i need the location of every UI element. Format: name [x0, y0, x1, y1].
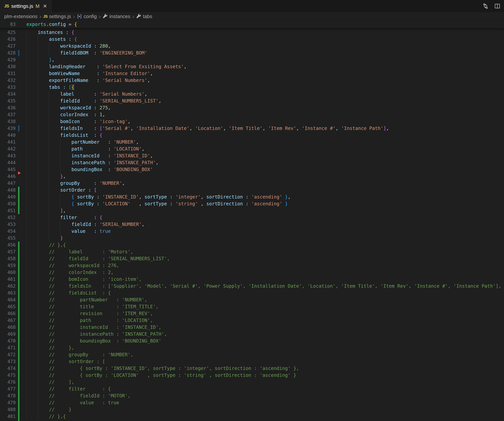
line-number[interactable]: 440	[0, 132, 16, 139]
line-number[interactable]: 432	[0, 77, 16, 84]
line-number[interactable]: 443	[0, 152, 16, 159]
code-line[interactable]: 469 // instancePath : 'INSTANCE_PATH',	[0, 331, 504, 337]
git-modified-gutter-bar[interactable]	[18, 125, 19, 132]
line-number[interactable]: 471	[0, 344, 16, 351]
line-number[interactable]: 477	[0, 385, 16, 392]
git-added-gutter-bar[interactable]	[18, 399, 19, 406]
line-number[interactable]: 481	[0, 413, 16, 420]
line-number[interactable]: 427	[0, 43, 16, 49]
code-line[interactable]: 441 partNumber : 'NUMBER',	[0, 139, 504, 145]
line-number[interactable]: 442	[0, 145, 16, 152]
line-number[interactable]: 451	[0, 207, 16, 214]
git-added-gutter-bar[interactable]	[18, 379, 19, 385]
code-line[interactable]: 465 // title : 'ITEM_TITLE',	[0, 303, 504, 310]
code-line[interactable]: 461 // bomIcon : 'icon-item',	[0, 276, 504, 283]
line-number[interactable]: 458	[0, 255, 16, 262]
code-line[interactable]: 438 bomIcon : 'icon-tag',	[0, 118, 504, 125]
git-added-gutter-bar[interactable]	[18, 255, 19, 262]
line-number[interactable]: 457	[0, 248, 16, 255]
open-changes-icon[interactable]	[482, 3, 489, 9]
code-line[interactable]: 437 colorIndex : 1,	[0, 111, 504, 118]
line-number[interactable]: 430	[0, 63, 16, 70]
line-number[interactable]: 461	[0, 276, 16, 283]
line-number[interactable]: 448	[0, 187, 16, 193]
code-line[interactable]: 479 // value : true	[0, 399, 504, 406]
code-line[interactable]: 455 }	[0, 235, 504, 241]
git-added-gutter-bar[interactable]	[18, 310, 19, 317]
git-modified-gutter-bar[interactable]	[18, 50, 19, 56]
line-number[interactable]: 452	[0, 214, 16, 221]
code-line[interactable]: 425 instances : {	[0, 29, 504, 36]
git-added-gutter-bar[interactable]	[18, 344, 19, 351]
code-line[interactable]: 433 tabs : [{	[0, 84, 504, 91]
code-line[interactable]: 463 // fieldsList : {	[0, 289, 504, 296]
code-line[interactable]: 464 // partNumber : 'NUMBER',	[0, 296, 504, 303]
git-added-gutter-bar[interactable]	[18, 276, 19, 283]
line-number[interactable]: 460	[0, 269, 16, 276]
code-line[interactable]: 449 { sortBy : 'INSTANCE_ID', sortType :…	[0, 193, 504, 200]
code-line[interactable]: 452 filter : {	[0, 214, 504, 221]
git-added-gutter-bar[interactable]	[18, 324, 19, 331]
code-line[interactable]: 477 // filter : {	[0, 385, 504, 392]
line-number[interactable]: 454	[0, 228, 16, 235]
code-line[interactable]: 432 exportFileName : 'Serial Numbers',	[0, 77, 504, 84]
code-line[interactable]: 448 sortOrder : [	[0, 187, 504, 193]
code-line[interactable]: 460 // colorIndex : 2,	[0, 269, 504, 276]
sticky-scroll-line[interactable]: 83exports.config = {	[0, 21, 504, 28]
code-line[interactable]: 472 // groupBy : 'NUMBER',	[0, 351, 504, 358]
code-line[interactable]: 473 // sortOrder : [	[0, 358, 504, 365]
git-added-gutter-bar[interactable]	[18, 420, 19, 421]
code-line[interactable]: 447 groupBy : 'NUMBER',	[0, 180, 504, 187]
line-number[interactable]: 469	[0, 331, 16, 337]
line-number[interactable]: 474	[0, 365, 16, 372]
code-line[interactable]: 440 fieldsList : {	[0, 132, 504, 139]
code-line[interactable]: 462 // fieldsIn : ['Supplier', 'Model', …	[0, 283, 504, 289]
git-added-gutter-bar[interactable]	[18, 283, 19, 289]
line-number[interactable]: 455	[0, 235, 16, 241]
line-number[interactable]: 426	[0, 36, 16, 43]
line-number[interactable]: 467	[0, 317, 16, 324]
code-line[interactable]: 442 path : 'LOCATION',	[0, 145, 504, 152]
git-added-gutter-bar[interactable]	[18, 337, 19, 344]
line-number[interactable]: 459	[0, 262, 16, 269]
split-editor-icon[interactable]	[494, 3, 501, 9]
code-line[interactable]: 458 // fieldId : 'SERIAL_NUMBERS_LIST',	[0, 255, 504, 262]
git-added-gutter-bar[interactable]	[18, 193, 19, 200]
git-added-gutter-bar[interactable]	[18, 351, 19, 358]
code-line[interactable]: 466 // revision : 'ITEM_REV',	[0, 310, 504, 317]
code-line[interactable]: 436 workspaceId : 275,	[0, 104, 504, 111]
git-added-gutter-bar[interactable]	[18, 317, 19, 324]
code-line[interactable]: 435 fieldId : 'SERIAL_NUMBERS_LIST',	[0, 97, 504, 104]
line-number[interactable]: 429	[0, 56, 16, 63]
git-added-gutter-bar[interactable]	[18, 372, 19, 379]
line-number[interactable]: 447	[0, 180, 16, 187]
line-number[interactable]: 436	[0, 104, 16, 111]
code-line[interactable]: 450 { sortBy : 'LOCATION' , sortType : '…	[0, 200, 504, 207]
code-line[interactable]: 474 // { sortBy : 'INSTANCE_ID', sortTyp…	[0, 365, 504, 372]
git-added-gutter-bar[interactable]	[18, 207, 19, 214]
code-line[interactable]: 475 // { sortBy : 'LOCATION' , sortType …	[0, 372, 504, 379]
code-line[interactable]: 427 workspaceId : 280,	[0, 43, 504, 49]
breadcrumb-item-config[interactable]: config	[77, 13, 97, 19]
code-line[interactable]: 445 boundingBox : 'BOUNDING_BOX'	[0, 166, 504, 173]
line-number[interactable]: 480	[0, 406, 16, 413]
git-added-gutter-bar[interactable]	[18, 269, 19, 276]
git-deleted-gutter-arrow[interactable]	[18, 171, 21, 175]
line-number[interactable]: 441	[0, 139, 16, 145]
code-line[interactable]: 426 assets : {	[0, 36, 504, 43]
git-added-gutter-bar[interactable]	[18, 413, 19, 420]
line-number[interactable]: 445	[0, 166, 16, 173]
git-added-gutter-bar[interactable]	[18, 365, 19, 372]
code-line[interactable]: 468 // instanceId : 'INSTANCE_ID',	[0, 324, 504, 331]
code-line[interactable]: 459 // workspaceId : 276,	[0, 262, 504, 269]
line-number[interactable]: 439	[0, 125, 16, 132]
line-number[interactable]: 465	[0, 303, 16, 310]
code-line[interactable]: 470 // boundingBox : 'BOUNDING_BOX'	[0, 337, 504, 344]
git-added-gutter-bar[interactable]	[18, 241, 19, 248]
line-number[interactable]: 462	[0, 283, 16, 289]
code-line[interactable]: 454 value : true	[0, 228, 504, 235]
line-number[interactable]: 453	[0, 221, 16, 228]
line-number[interactable]: 473	[0, 358, 16, 365]
code-line[interactable]: 434 label : 'Serial Numbers',	[0, 91, 504, 97]
code-line[interactable]: 444 instancePath : 'INSTANCE_PATH',	[0, 159, 504, 166]
